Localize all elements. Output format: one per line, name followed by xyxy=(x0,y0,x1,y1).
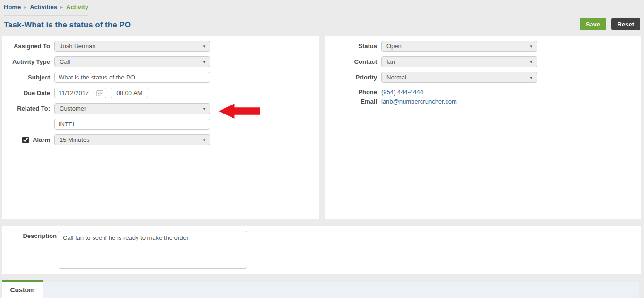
alarm-label: Alarm xyxy=(33,136,50,143)
phone-label: Phone xyxy=(329,88,381,96)
activity-details-panel: Assigned To Josh Berman ▼ Activity Type … xyxy=(2,36,319,219)
email-link[interactable]: ianb@numbercruncher.com xyxy=(381,98,457,105)
alarm-interval-select[interactable]: 15 Minutes ▼ xyxy=(54,134,210,145)
alarm-interval-value: 15 Minutes xyxy=(60,136,90,143)
tab-custom-label: Custom xyxy=(10,286,34,294)
chevron-down-icon: ▼ xyxy=(529,75,533,79)
related-name-input[interactable] xyxy=(54,119,210,130)
save-button[interactable]: Save xyxy=(580,18,606,30)
related-to-value: Customer xyxy=(60,105,86,112)
email-row: Email ianb@numbercruncher.com xyxy=(329,96,457,107)
assigned-to-row: Assigned To Josh Berman ▼ xyxy=(2,41,210,52)
chevron-down-icon: ▼ xyxy=(529,60,533,64)
activity-edit-page: { "breadcrumb": { "separator": "▸", "hom… xyxy=(0,0,644,298)
related-to-label: Related To: xyxy=(2,105,54,112)
activity-type-label: Activity Type xyxy=(2,58,54,65)
calendar-icon[interactable] xyxy=(96,89,103,96)
subject-input[interactable] xyxy=(54,72,210,83)
chevron-down-icon: ▼ xyxy=(202,44,206,48)
subject-label: Subject xyxy=(2,74,54,81)
chevron-down-icon: ▼ xyxy=(529,44,533,48)
contact-row: Contact Ian ▼ xyxy=(329,56,537,67)
related-to-row: Related To: Customer ▼ xyxy=(2,103,210,114)
activity-type-select[interactable]: Call ▼ xyxy=(54,56,210,67)
chevron-down-icon: ▼ xyxy=(202,138,206,142)
status-select[interactable]: Open ▼ xyxy=(381,41,537,52)
breadcrumb-separator-icon: ▸ xyxy=(24,4,26,9)
subject-row: Subject xyxy=(2,72,210,83)
assigned-to-value: Josh Berman xyxy=(60,43,96,50)
due-time-input[interactable] xyxy=(111,88,148,98)
related-name-row xyxy=(2,119,210,130)
activity-type-row: Activity Type Call ▼ xyxy=(2,56,210,67)
breadcrumb-separator-icon: ▸ xyxy=(60,4,63,9)
priority-value: Normal xyxy=(386,74,406,81)
status-row: Status Open ▼ xyxy=(329,41,537,52)
assigned-to-label: Assigned To xyxy=(2,43,54,50)
description-textarea[interactable]: Call Ian to see if he is ready to make t… xyxy=(59,231,247,269)
description-panel: Description Call Ian to see if he is rea… xyxy=(2,226,641,274)
email-label: Email xyxy=(329,98,381,105)
chevron-down-icon: ▼ xyxy=(202,60,206,64)
breadcrumb-activities[interactable]: Activities xyxy=(30,3,57,10)
contact-label: Contact xyxy=(329,58,381,65)
due-date-label: Due Date xyxy=(2,89,54,96)
status-label: Status xyxy=(329,43,381,50)
contact-value: Ian xyxy=(386,58,395,65)
activity-status-panel: Status Open ▼ Contact Ian ▼ Priority Nor… xyxy=(325,36,641,219)
phone-link[interactable]: (954) 444-4444 xyxy=(381,88,423,96)
reset-button[interactable]: Reset xyxy=(611,18,640,30)
breadcrumb-divider xyxy=(4,15,88,16)
contact-select[interactable]: Ian ▼ xyxy=(381,56,537,67)
alarm-checkbox[interactable] xyxy=(22,137,29,143)
activity-type-value: Call xyxy=(60,58,70,65)
description-label: Description xyxy=(2,232,57,239)
tab-custom[interactable]: Custom xyxy=(2,280,43,298)
status-value: Open xyxy=(386,43,402,50)
assigned-to-select[interactable]: Josh Berman ▼ xyxy=(54,41,210,52)
alarm-row: Alarm 15 Minutes ▼ xyxy=(2,134,210,145)
chevron-down-icon: ▼ xyxy=(202,106,206,111)
priority-row: Priority Normal ▼ xyxy=(329,72,537,83)
due-date-row: Due Date xyxy=(2,88,148,98)
priority-label: Priority xyxy=(329,74,381,81)
priority-select[interactable]: Normal ▼ xyxy=(381,72,537,83)
breadcrumb: Home ▸ Activities ▸ Activity xyxy=(4,3,88,10)
related-to-select[interactable]: Customer ▼ xyxy=(54,103,210,114)
breadcrumb-home[interactable]: Home xyxy=(4,3,21,10)
page-title: Task-What is the status of the PO xyxy=(4,20,131,30)
tab-bar xyxy=(43,282,639,298)
breadcrumb-activity-current: Activity xyxy=(66,3,88,10)
